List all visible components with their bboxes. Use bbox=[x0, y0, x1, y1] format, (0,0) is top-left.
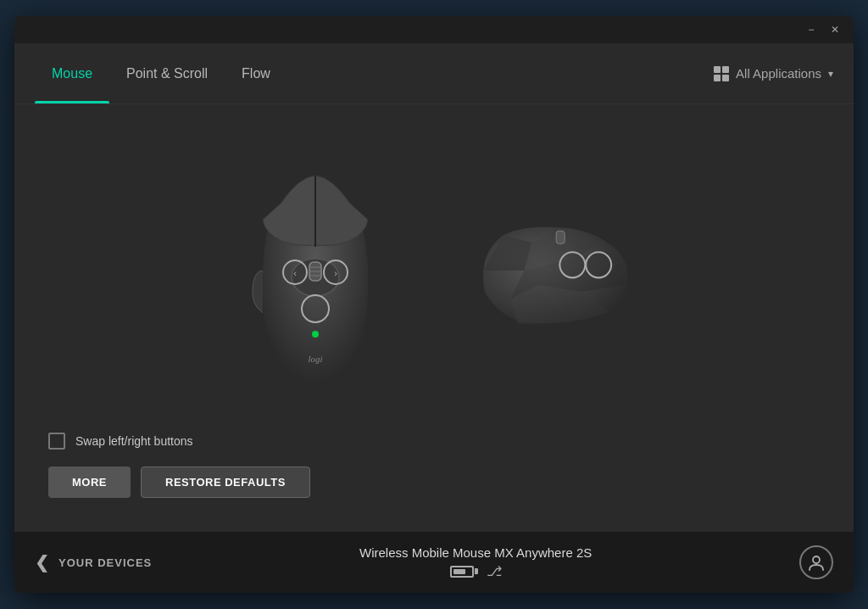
more-button[interactable]: MORE bbox=[48, 467, 131, 498]
device-icons: ⎇ bbox=[450, 563, 502, 579]
account-icon bbox=[807, 553, 826, 572]
mouse-side-view bbox=[468, 203, 637, 338]
back-chevron-icon: ❮ bbox=[35, 552, 50, 573]
close-button[interactable]: ✕ bbox=[823, 20, 847, 39]
all-applications-label: All Applications bbox=[736, 66, 821, 81]
svg-text:‹: ‹ bbox=[293, 268, 297, 278]
bluetooth-icon: ⎇ bbox=[487, 563, 502, 579]
svg-point-16 bbox=[813, 556, 820, 563]
your-devices-button[interactable]: ❮ YOUR DEVICES bbox=[35, 552, 152, 573]
restore-defaults-button[interactable]: RESTORE DEFAULTS bbox=[141, 467, 310, 498]
tab-flow[interactable]: Flow bbox=[225, 43, 287, 103]
battery-tip bbox=[475, 568, 478, 574]
tab-point-scroll[interactable]: Point & Scroll bbox=[109, 43, 225, 103]
svg-text:logi: logi bbox=[308, 354, 322, 364]
svg-text:›: › bbox=[334, 268, 337, 278]
svg-point-9 bbox=[312, 331, 319, 338]
battery-icon bbox=[450, 566, 478, 578]
grid-icon bbox=[714, 66, 729, 81]
buttons-row: MORE RESTORE DEFAULTS bbox=[48, 467, 820, 498]
battery-body bbox=[450, 566, 474, 578]
nav-bar: Mouse Point & Scroll Flow All Applicatio… bbox=[14, 43, 854, 104]
your-devices-label: YOUR DEVICES bbox=[58, 556, 152, 569]
app-window: − ✕ Mouse Point & Scroll Flow All Applic… bbox=[14, 16, 854, 593]
all-applications-button[interactable]: All Applications ▾ bbox=[714, 66, 833, 81]
account-button[interactable] bbox=[799, 545, 833, 579]
battery-fill bbox=[453, 569, 465, 574]
swap-buttons-checkbox[interactable] bbox=[48, 433, 65, 450]
nav-tabs: Mouse Point & Scroll Flow bbox=[35, 43, 714, 103]
controls-area: Swap left/right buttons MORE RESTORE DEF… bbox=[48, 419, 820, 515]
bottom-bar: ❮ YOUR DEVICES Wireless Mobile Mouse MX … bbox=[14, 532, 854, 593]
swap-buttons-row: Swap left/right buttons bbox=[48, 433, 820, 450]
mouse-front-view: logi ‹ › bbox=[231, 152, 400, 389]
tab-mouse[interactable]: Mouse bbox=[35, 43, 109, 103]
minimize-button[interactable]: − bbox=[799, 20, 823, 39]
device-info: Wireless Mobile Mouse MX Anywhere 2S ⎇ bbox=[152, 545, 799, 579]
main-content: logi ‹ › bbox=[14, 104, 854, 532]
swap-buttons-label: Swap left/right buttons bbox=[75, 434, 193, 448]
title-bar: − ✕ bbox=[14, 16, 854, 43]
device-name: Wireless Mobile Mouse MX Anywhere 2S bbox=[359, 545, 592, 560]
mouse-display: logi ‹ › bbox=[48, 121, 820, 419]
svg-rect-15 bbox=[556, 231, 565, 243]
chevron-down-icon: ▾ bbox=[828, 68, 833, 80]
